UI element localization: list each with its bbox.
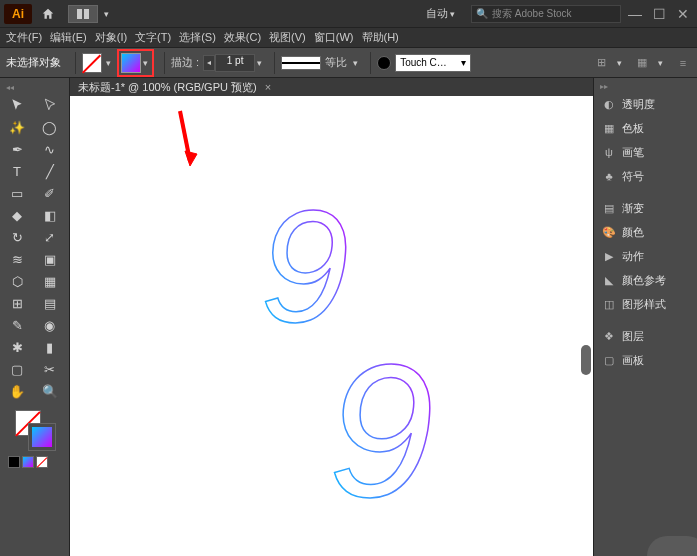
rotate-tool[interactable]: ↻ [2, 226, 32, 248]
stroke-weight-input[interactable]: 1 pt [215, 54, 255, 72]
document-tab[interactable]: 未标题-1* @ 100% (RGB/GPU 预览) [78, 80, 257, 95]
color-mode-gradient[interactable] [22, 456, 34, 468]
color-mode-none[interactable] [36, 456, 48, 468]
shaper-tool[interactable]: ◆ [2, 204, 32, 226]
slice-tool[interactable]: ✂ [35, 358, 65, 380]
type-tool[interactable]: T [2, 160, 32, 182]
panel-layers[interactable]: ❖图层 [594, 324, 697, 348]
menu-effect[interactable]: 效果(C) [224, 30, 261, 45]
pen-tool[interactable]: ✒ [2, 138, 32, 160]
stroke-swatch-gradient[interactable] [121, 53, 141, 73]
line-tool[interactable]: ╱ [35, 160, 65, 182]
magic-wand-tool[interactable]: ✨ [2, 116, 32, 138]
workspace-layout-button[interactable] [68, 5, 98, 23]
menu-type[interactable]: 文字(T) [135, 30, 171, 45]
menu-help[interactable]: 帮助(H) [362, 30, 399, 45]
panel-actions[interactable]: ▶动作 [594, 244, 697, 268]
selection-status: 未选择对象 [6, 55, 61, 70]
chevron-down-icon[interactable]: ▾ [143, 58, 148, 68]
fill-swatch-none[interactable] [82, 53, 102, 73]
eraser-tool[interactable]: ◧ [35, 204, 65, 226]
transparency-icon: ◐ [602, 97, 616, 111]
panel-color[interactable]: 🎨颜色 [594, 220, 697, 244]
svg-text:9: 9 [260, 191, 349, 355]
eyedropper-tool[interactable]: ✎ [2, 314, 32, 336]
menu-file[interactable]: 文件(F) [6, 30, 42, 45]
panel-transparency[interactable]: ◐透明度 [594, 92, 697, 116]
hand-tool[interactable]: ✋ [2, 380, 32, 402]
panel-swatches[interactable]: ▦色板 [594, 116, 697, 140]
chevron-down-icon[interactable]: ▾ [353, 58, 358, 68]
panel-colorguide[interactable]: ◣颜色参考 [594, 268, 697, 292]
actions-icon: ▶ [602, 249, 616, 263]
scale-tool[interactable]: ⤢ [35, 226, 65, 248]
column-graph-tool[interactable]: ▮ [35, 336, 65, 358]
opacity-swatch[interactable] [377, 56, 391, 70]
panel-gradient[interactable]: ▤渐变 [594, 196, 697, 220]
canvas[interactable]: 9 9 [70, 96, 593, 556]
touch-dropdown[interactable]: Touch C… ▾ [395, 54, 471, 72]
zoom-tool[interactable]: 🔍 [35, 380, 65, 402]
panel-brushes[interactable]: ψ画笔 [594, 140, 697, 164]
maximize-button[interactable]: ☐ [649, 5, 669, 23]
perspective-grid-tool[interactable]: ▦ [35, 270, 65, 292]
artwork-glyph-2[interactable]: 9 [308, 341, 488, 541]
artboard-tool[interactable]: ▢ [2, 358, 32, 380]
touch-label: Touch C… [400, 57, 447, 68]
close-tab-icon[interactable]: × [265, 81, 271, 93]
panel-handle-icon[interactable]: ▸▸ [594, 82, 697, 92]
auto-dropdown[interactable]: 自动 ▾ [426, 6, 461, 21]
selection-tool[interactable] [2, 94, 32, 116]
options-icon[interactable]: ≡ [675, 55, 691, 71]
chevron-down-icon[interactable]: ▾ [104, 9, 109, 19]
panel-graphicstyles[interactable]: ◫图形样式 [594, 292, 697, 316]
menu-view[interactable]: 视图(V) [269, 30, 306, 45]
swatches-icon: ▦ [602, 121, 616, 135]
paintbrush-tool[interactable]: ✐ [35, 182, 65, 204]
rectangle-tool[interactable]: ▭ [2, 182, 32, 204]
menu-select[interactable]: 选择(S) [179, 30, 216, 45]
stroke-decrement[interactable]: ◂ [203, 55, 215, 71]
color-icon: 🎨 [602, 225, 616, 239]
panel-artboards[interactable]: ▢画板 [594, 348, 697, 372]
chevron-down-icon[interactable]: ▾ [658, 58, 663, 68]
layers-icon: ❖ [602, 329, 616, 343]
symbol-sprayer-tool[interactable]: ✱ [2, 336, 32, 358]
stroke-profile-swatch[interactable] [281, 56, 321, 70]
lasso-tool[interactable]: ◯ [35, 116, 65, 138]
chevron-down-icon[interactable]: ▾ [617, 58, 622, 68]
close-button[interactable]: ✕ [673, 5, 693, 23]
graphicstyles-icon: ◫ [602, 297, 616, 311]
align-icon[interactable]: ⊞ [593, 55, 609, 71]
width-tool[interactable]: ≋ [2, 248, 32, 270]
document-tab-strip: 未标题-1* @ 100% (RGB/GPU 预览) × [70, 78, 593, 96]
menu-object[interactable]: 对象(I) [95, 30, 127, 45]
scrollbar-thumb[interactable] [581, 345, 591, 375]
chevron-down-icon[interactable]: ▾ [257, 58, 262, 68]
gradient-tool[interactable]: ▤ [35, 292, 65, 314]
blend-tool[interactable]: ◉ [35, 314, 65, 336]
mesh-tool[interactable]: ⊞ [2, 292, 32, 314]
app-logo: Ai [4, 4, 32, 24]
menu-window[interactable]: 窗口(W) [314, 30, 354, 45]
minimize-button[interactable]: — [625, 5, 645, 23]
auto-label: 自动 [426, 6, 448, 21]
panel-dock: ▸▸ ◐透明度 ▦色板 ψ画笔 ♣符号 ▤渐变 🎨颜色 ▶动作 ◣颜色参考 ◫图… [593, 78, 697, 556]
free-transform-tool[interactable]: ▣ [35, 248, 65, 270]
curvature-tool[interactable]: ∿ [35, 138, 65, 160]
artwork-glyph-1[interactable]: 9 [240, 191, 390, 361]
search-input[interactable]: 🔍 搜索 Adobe Stock [471, 5, 621, 23]
transform-icon[interactable]: ▦ [634, 55, 650, 71]
panel-handle-icon[interactable]: ◂◂ [0, 82, 69, 92]
menu-edit[interactable]: 编辑(E) [50, 30, 87, 45]
stroke-color-swatch[interactable] [29, 424, 55, 450]
chevron-down-icon[interactable]: ▾ [106, 58, 111, 68]
panel-symbols[interactable]: ♣符号 [594, 164, 697, 188]
home-icon[interactable] [38, 4, 58, 24]
panel-bubble [647, 536, 697, 556]
shape-builder-tool[interactable]: ⬡ [2, 270, 32, 292]
direct-selection-tool[interactable] [35, 94, 65, 116]
fill-stroke-indicator[interactable] [15, 410, 55, 450]
color-mode-solid[interactable] [8, 456, 20, 468]
brushes-icon: ψ [602, 145, 616, 159]
